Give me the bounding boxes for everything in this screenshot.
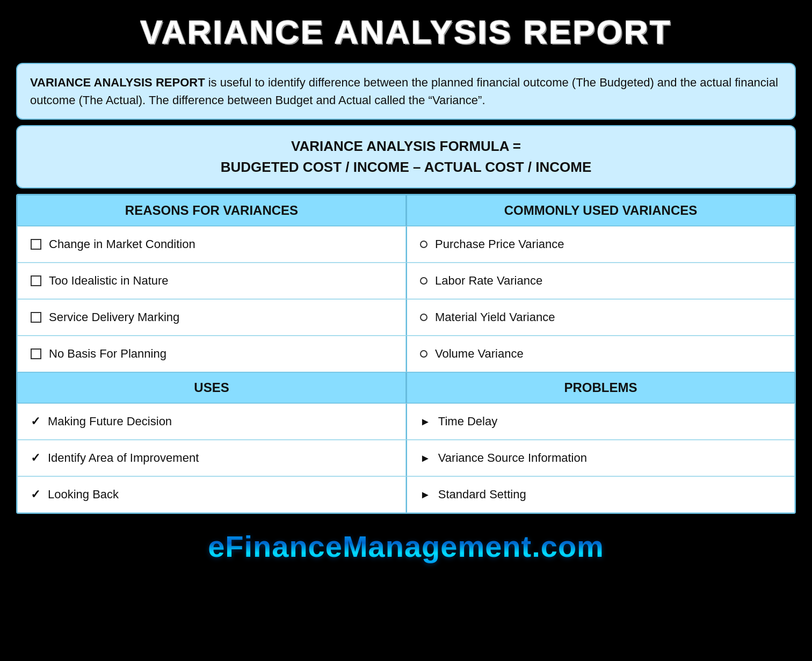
circle-icon-1 <box>420 241 427 248</box>
definition-bold: VARIANCE ANALYSIS REPORT <box>30 76 205 89</box>
variance-item-2: Labor Rate Variance <box>406 263 795 299</box>
footer-text: eFinanceManagement.com <box>208 529 604 563</box>
page-wrapper: VARIANCE ANALYSIS REPORT VARIANCE ANALYS… <box>0 0 812 661</box>
check-icon-1: ✓ <box>31 415 40 428</box>
use-label-1: Making Future Decision <box>48 415 172 428</box>
use-item-2: ✓ Identify Area of Improvement <box>17 440 406 476</box>
reason-item-3: Service Delivery Marking <box>17 299 406 336</box>
variance-item-1: Purchase Price Variance <box>406 226 795 263</box>
reason-label-4: No Basis For Planning <box>49 347 166 361</box>
reason-label-2: Too Idealistic in Nature <box>49 274 169 288</box>
formula-box: VARIANCE ANALYSIS FORMULA = BUDGETED COS… <box>16 125 796 188</box>
circle-icon-4 <box>420 350 427 358</box>
reason-item-4: No Basis For Planning <box>17 336 406 372</box>
problem-label-3: Standard Setting <box>438 488 526 502</box>
checkbox-icon-3 <box>31 312 41 323</box>
variance-label-2: Labor Rate Variance <box>435 274 542 288</box>
use-item-1: ✓ Making Future Decision <box>17 403 406 440</box>
variance-label-1: Purchase Price Variance <box>435 237 564 251</box>
check-icon-3: ✓ <box>31 488 40 502</box>
arrow-icon-3: ► <box>420 489 431 501</box>
problem-item-3: ► Standard Setting <box>406 476 795 513</box>
problem-item-1: ► Time Delay <box>406 403 795 440</box>
footer: eFinanceManagement.com <box>16 519 796 573</box>
page-title: VARIANCE ANALYSIS REPORT <box>16 10 796 54</box>
use-item-3: ✓ Looking Back <box>17 476 406 513</box>
check-icon-2: ✓ <box>31 451 40 465</box>
arrow-icon-2: ► <box>420 452 431 464</box>
reason-label-1: Change in Market Condition <box>49 237 195 251</box>
variances-header: COMMONLY USED VARIANCES <box>406 195 795 226</box>
checkbox-icon-2 <box>31 275 41 286</box>
circle-icon-3 <box>420 314 427 321</box>
variance-label-3: Material Yield Variance <box>435 310 555 324</box>
reason-item-2: Too Idealistic in Nature <box>17 263 406 299</box>
checkbox-icon-4 <box>31 348 41 359</box>
checkbox-icon-1 <box>31 239 41 250</box>
use-label-2: Identify Area of Improvement <box>48 451 199 465</box>
reason-item-1: Change in Market Condition <box>17 226 406 263</box>
use-label-3: Looking Back <box>48 488 119 502</box>
problem-label-2: Variance Source Information <box>438 451 587 465</box>
problem-item-2: ► Variance Source Information <box>406 440 795 476</box>
formula-line1: VARIANCE ANALYSIS FORMULA = <box>30 136 782 157</box>
main-grid: REASONS FOR VARIANCES COMMONLY USED VARI… <box>16 194 796 514</box>
definition-box: VARIANCE ANALYSIS REPORT is useful to id… <box>16 63 796 120</box>
problem-label-1: Time Delay <box>438 415 497 428</box>
circle-icon-2 <box>420 277 427 285</box>
reason-label-3: Service Delivery Marking <box>49 310 179 324</box>
arrow-icon-1: ► <box>420 416 431 428</box>
variance-item-3: Material Yield Variance <box>406 299 795 336</box>
uses-header: USES <box>17 372 406 403</box>
variance-item-4: Volume Variance <box>406 336 795 372</box>
variance-label-4: Volume Variance <box>435 347 524 361</box>
reasons-header: REASONS FOR VARIANCES <box>17 195 406 226</box>
formula-line2: BUDGETED COST / INCOME – ACTUAL COST / I… <box>30 157 782 178</box>
problems-header: PROBLEMS <box>406 372 795 403</box>
